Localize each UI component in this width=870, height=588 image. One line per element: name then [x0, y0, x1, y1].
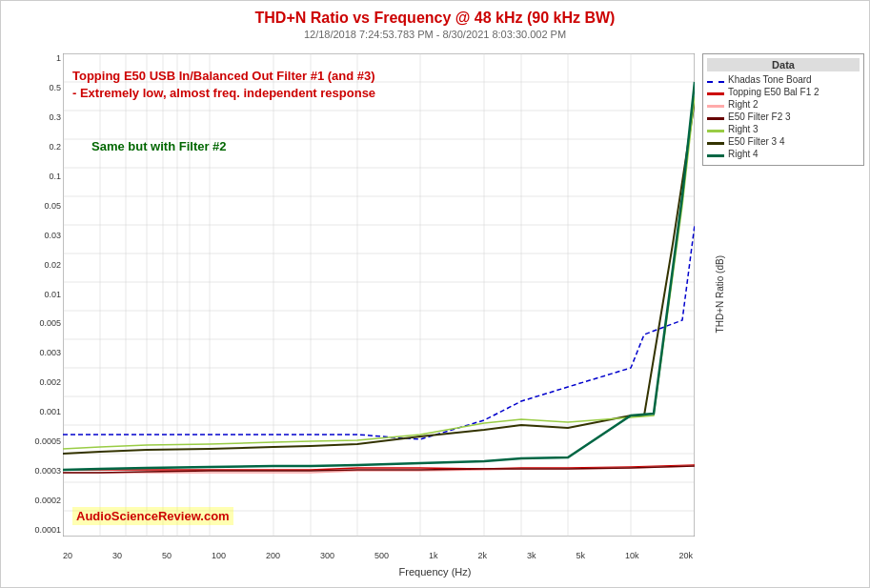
- legend-label-4: E50 Filter F2 3: [728, 112, 791, 122]
- legend-label-7: Right 4: [728, 149, 759, 159]
- legend-item-1: Khadas Tone Board: [707, 74, 860, 85]
- annotation-filter2: Same but with Filter #2: [91, 139, 227, 153]
- x-axis: 20 30 50 100 200 300 500 1k 2k 3k 5k 10k…: [63, 551, 693, 560]
- legend-label-6: E50 Filter 3 4: [728, 136, 784, 147]
- legend: Data Khadas Tone Board Topping E50 Bal F…: [702, 53, 864, 166]
- chart-subtitle: 12/18/2018 7:24:53.783 PM - 8/30/2021 8:…: [1, 29, 869, 40]
- annotation-filter1: Topping E50 USB In/Balanced Out Filter #…: [72, 68, 375, 102]
- chart-svg: [63, 53, 695, 537]
- legend-item-6: E50 Filter 3 4: [707, 136, 860, 147]
- legend-swatch-5: [707, 130, 724, 132]
- legend-swatch-7: [707, 154, 724, 157]
- legend-swatch-2: [707, 92, 724, 95]
- legend-label-3: Right 2: [728, 99, 759, 110]
- legend-item-7: Right 4: [707, 149, 860, 159]
- watermark: AudioScienceReview.com: [72, 507, 233, 525]
- legend-swatch-1: [707, 81, 724, 83]
- legend-label-2: Topping E50 Bal F1 2: [728, 87, 819, 97]
- legend-swatch-6: [707, 142, 724, 145]
- y-axis-title-left: THD+N Ratio (%): [6, 290, 16, 299]
- legend-label-1: Khadas Tone Board: [728, 74, 812, 85]
- chart-container: THD+N Ratio vs Frequency @ 48 kHz (90 kH…: [0, 0, 870, 588]
- legend-label-5: Right 3: [728, 124, 759, 134]
- legend-item-4: E50 Filter F2 3: [707, 112, 860, 122]
- legend-item-2: Topping E50 Bal F1 2: [707, 87, 860, 97]
- legend-item-5: Right 3: [707, 124, 860, 134]
- legend-swatch-4: [707, 117, 724, 120]
- legend-swatch-3: [707, 105, 724, 108]
- chart-title: THD+N Ratio vs Frequency @ 48 kHz (90 kH…: [1, 1, 869, 29]
- x-axis-title: Frequency (Hz): [399, 566, 472, 578]
- legend-title: Data: [707, 58, 860, 71]
- legend-item-3: Right 2: [707, 99, 860, 110]
